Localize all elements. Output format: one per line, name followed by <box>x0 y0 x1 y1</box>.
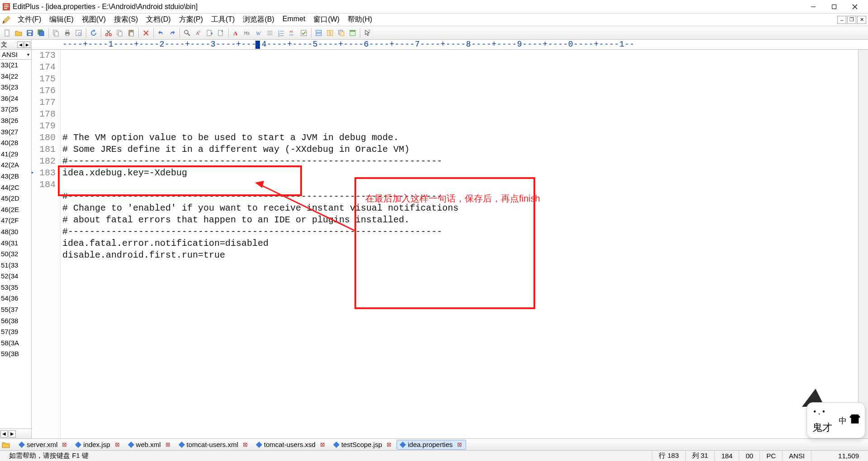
abcd-button[interactable]: ABCD <box>287 28 298 38</box>
side-scroll-right-button[interactable]: ▶ <box>9 430 16 437</box>
doc-tab-web-xml[interactable]: web.xml⊠ <box>125 440 175 450</box>
tab-close-icon[interactable]: ⊠ <box>243 441 248 448</box>
side-list-item[interactable]: 41(29 <box>1 149 31 160</box>
side-list-item[interactable]: 37(25 <box>1 104 31 115</box>
code-line[interactable]: idea.xdebug.key=-Xdebug <box>62 167 858 179</box>
spellcheck-button[interactable] <box>298 28 309 38</box>
tab-close-icon[interactable]: ⊠ <box>387 441 392 448</box>
tile-v-button[interactable] <box>325 28 335 38</box>
reload-button[interactable] <box>88 28 99 38</box>
delete-button[interactable] <box>141 28 151 38</box>
bookmark-button[interactable] <box>216 28 226 38</box>
doc-tab-server-xml[interactable]: server.xml⊠ <box>15 440 71 450</box>
menu-5[interactable]: 方案(P) <box>175 13 207 26</box>
side-list-item[interactable]: 45(2D <box>1 193 31 204</box>
print-button[interactable] <box>62 28 73 38</box>
font-red-button[interactable]: A <box>231 28 241 38</box>
side-next-button[interactable]: ▶ <box>24 42 30 48</box>
side-list-item[interactable]: 53(35 <box>1 282 31 293</box>
tab-close-icon[interactable]: ⊠ <box>457 441 462 448</box>
encoding-dropdown[interactable]: ANSI ▾ <box>0 50 31 60</box>
tile-h-button[interactable] <box>313 28 324 38</box>
side-list-item[interactable]: 42(2A <box>1 160 31 171</box>
menu-8[interactable]: Emmet <box>278 13 310 26</box>
side-list-item[interactable]: 39(27 <box>1 127 31 138</box>
menu-4[interactable]: 文档(D) <box>142 13 175 26</box>
code-line[interactable]: #---------------------------------------… <box>62 226 858 238</box>
doc-tab-tomcat-users-xml[interactable]: tomcat-users.xml⊠ <box>175 440 252 450</box>
menu-1[interactable]: 编辑(E) <box>45 13 77 26</box>
print-preview-button[interactable] <box>73 28 84 38</box>
mdi-minimize-icon[interactable]: – <box>837 16 846 24</box>
code-line[interactable]: disable.android.first.run=true <box>62 249 858 261</box>
tab-close-icon[interactable]: ⊠ <box>165 441 170 448</box>
wordwrap-button[interactable]: W <box>253 28 264 38</box>
replace-button[interactable]: Ab <box>193 28 204 38</box>
goto-button[interactable] <box>204 28 215 38</box>
side-list-item[interactable]: 46(2E <box>1 204 31 216</box>
code-line[interactable]: # The VM option value to be used to star… <box>62 132 858 144</box>
save-button[interactable] <box>24 28 35 38</box>
side-list-item[interactable]: 56(38 <box>1 315 31 327</box>
hex-button[interactable]: Hx <box>242 28 253 38</box>
doc-tab-idea-properties[interactable]: idea.properties⊠ <box>396 440 466 450</box>
browser-button[interactable] <box>347 28 358 38</box>
side-scroll-left-button[interactable]: ◀ <box>0 430 8 437</box>
side-list-item[interactable]: 40(28 <box>1 137 31 149</box>
side-list-item[interactable]: 50(32 <box>1 249 31 260</box>
code-line[interactable] <box>62 261 858 273</box>
vertical-scrollbar[interactable] <box>858 50 868 438</box>
tab-close-icon[interactable]: ⊠ <box>62 441 67 448</box>
code-text[interactable]: 在最后加入这样一句话，保存后，再点finish # The VM option … <box>61 50 858 438</box>
side-list-item[interactable]: 36(24 <box>1 93 31 104</box>
side-list-item[interactable]: 49(31 <box>1 238 31 249</box>
undo-button[interactable] <box>156 28 166 38</box>
menu-10[interactable]: 帮助(H) <box>344 13 376 26</box>
copy-button[interactable] <box>51 28 61 38</box>
help-pointer-button[interactable]: ? <box>362 28 373 38</box>
side-list-item[interactable]: 55(37 <box>1 304 31 315</box>
menu-2[interactable]: 视图(V) <box>78 13 110 26</box>
side-list-item[interactable]: 38(26 <box>1 115 31 127</box>
side-list-item[interactable]: 59(3B <box>1 348 31 360</box>
doc-tab-tomcat-users-xsd[interactable]: tomcat-users.xsd⊠ <box>253 440 329 450</box>
side-list-item[interactable]: 43(2B <box>1 171 31 182</box>
new-file-button[interactable] <box>2 28 13 38</box>
menu-9[interactable]: 窗口(W) <box>309 13 344 26</box>
mdi-close-icon[interactable]: ✕ <box>857 16 866 24</box>
window-list-button[interactable] <box>336 28 347 38</box>
code-line[interactable]: # about fatal errors that happen to an I… <box>62 214 858 226</box>
tab-close-icon[interactable]: ⊠ <box>115 441 120 448</box>
menu-7[interactable]: 浏览器(B) <box>239 13 278 26</box>
maximize-button[interactable] <box>824 0 844 14</box>
folder-icon[interactable] <box>2 441 10 449</box>
side-list-item[interactable]: 48(30 <box>1 226 31 238</box>
mdi-restore-icon[interactable]: ❐ <box>847 16 856 24</box>
redo-button[interactable] <box>167 28 178 38</box>
numlist-button[interactable]: 123 <box>276 28 287 38</box>
open-file-button[interactable] <box>13 28 24 38</box>
paste-button[interactable] <box>126 28 137 38</box>
close-button[interactable] <box>844 0 865 14</box>
side-list-item[interactable]: 54(36 <box>1 293 31 304</box>
side-list-item[interactable]: 58(3A <box>1 338 31 349</box>
side-prev-button[interactable]: ◀ <box>17 42 24 48</box>
doc-tab-testScope-jsp[interactable]: testScope.jsp⊠ <box>330 440 396 450</box>
tab-close-icon[interactable]: ⊠ <box>320 441 325 448</box>
side-list-item[interactable]: 51(33 <box>1 260 31 271</box>
minimize-button[interactable] <box>803 0 824 14</box>
code-line[interactable]: #---------------------------------------… <box>62 155 858 167</box>
side-list-item[interactable]: 44(2C <box>1 182 31 193</box>
find-button[interactable] <box>182 28 193 38</box>
side-list[interactable]: 33(2134(2235(2336(2437(2538(2639(2740(28… <box>0 60 31 428</box>
side-list-item[interactable]: 57(39 <box>1 326 31 338</box>
side-list-item[interactable]: 33(21 <box>1 60 31 71</box>
code-line[interactable] <box>62 179 858 191</box>
side-list-item[interactable]: 52(34 <box>1 271 31 282</box>
code-line[interactable]: idea.fatal.error.notification=disabled <box>62 238 858 249</box>
copy2-button[interactable] <box>114 28 125 38</box>
menu-0[interactable]: 文件(F) <box>14 13 45 26</box>
cut-button[interactable] <box>103 28 114 38</box>
lines-button[interactable] <box>264 28 275 38</box>
menu-3[interactable]: 搜索(S) <box>110 13 142 26</box>
